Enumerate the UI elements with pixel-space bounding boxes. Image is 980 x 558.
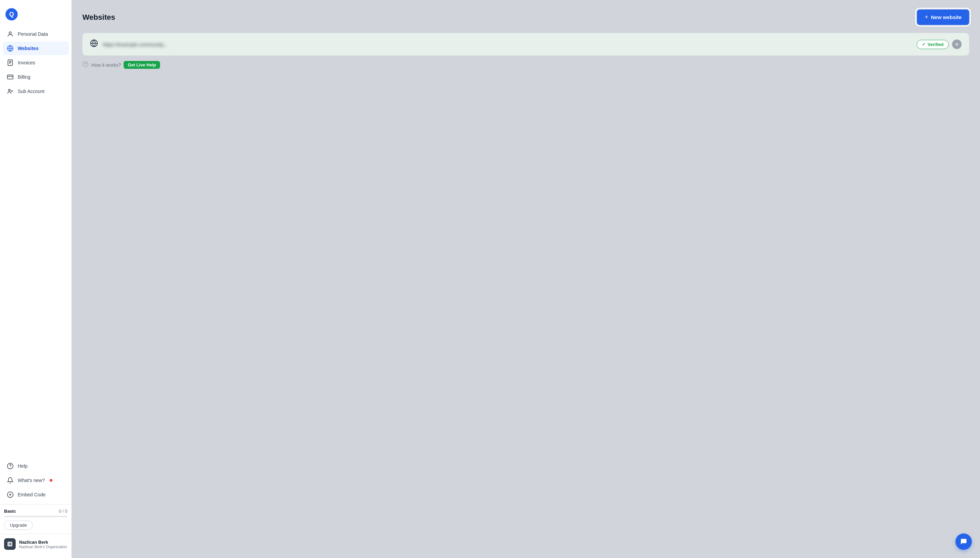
sidebar-item-personal-data[interactable]: Personal Data (3, 27, 69, 41)
bell-icon (7, 477, 14, 484)
new-website-button[interactable]: + New website (917, 10, 969, 25)
sidebar-item-label: Sub Account (18, 89, 44, 94)
verified-badge: ✓ Verified (917, 40, 949, 49)
upgrade-button[interactable]: Upgrade (4, 520, 33, 530)
sidebar-item-embed-code[interactable]: Embed Code (3, 488, 69, 501)
check-icon: ✓ (922, 42, 926, 47)
chat-button[interactable] (955, 533, 972, 550)
user-name: Nazlican Berk (19, 540, 67, 545)
website-card-right: ✓ Verified (917, 39, 962, 49)
verified-label: Verified (928, 42, 944, 47)
svg-point-0 (9, 32, 11, 34)
globe-icon (7, 45, 14, 52)
sidebar-item-label: Websites (18, 46, 38, 51)
sidebar-item-sub-account[interactable]: Sub Account (3, 84, 69, 98)
sidebar-item-whats-new[interactable]: What's new? (3, 474, 69, 487)
how-it-works-icon (82, 61, 88, 69)
main-content: Websites + New website https://example.c… (72, 0, 980, 558)
sidebar: Q Personal Data Websites (0, 0, 72, 558)
plan-name: Basic (4, 509, 16, 514)
plus-icon: + (924, 14, 928, 21)
sidebar-item-label: Embed Code (18, 492, 46, 497)
page-header: Websites + New website (82, 10, 969, 25)
person-icon (7, 31, 14, 38)
new-website-label: New website (931, 14, 962, 20)
notification-dot (50, 479, 52, 482)
sidebar-item-invoices[interactable]: Invoices (3, 56, 69, 69)
website-card-left: https://example.community... (90, 39, 167, 49)
plan-progress-bar (4, 516, 67, 517)
user-org: Nazlican Berk's Organization (19, 545, 67, 549)
embed-icon (7, 491, 14, 498)
sidebar-item-label: Help (18, 463, 28, 469)
plan-count: 0 / 0 (59, 509, 67, 514)
sidebar-item-help[interactable]: Help (3, 459, 69, 473)
sub-account-icon (7, 88, 14, 95)
website-globe-icon (90, 39, 98, 49)
website-card: https://example.community... ✓ Verified (82, 33, 969, 56)
logo[interactable]: Q (0, 5, 72, 27)
sidebar-item-websites[interactable]: Websites (3, 41, 69, 55)
svg-rect-3 (8, 75, 13, 79)
how-it-works-label: How it works? (91, 62, 121, 68)
sidebar-nav: Personal Data Websites Invoices (0, 27, 72, 456)
user-section: Nazlican Berk Nazlican Berk's Organizati… (0, 534, 72, 553)
plan-section: Basic 0 / 0 Upgrade (0, 504, 72, 534)
sidebar-item-label: Personal Data (18, 31, 48, 37)
logo-text: Q (9, 11, 14, 18)
remove-website-button[interactable] (952, 39, 962, 49)
sidebar-item-label: Invoices (18, 60, 35, 66)
help-icon (7, 463, 14, 469)
invoices-icon (7, 59, 14, 66)
website-url: https://example.community... (103, 41, 167, 48)
sidebar-bottom: Help What's new? Embed Code (0, 456, 72, 501)
sidebar-item-label: What's new? (18, 478, 45, 483)
sidebar-item-billing[interactable]: Billing (3, 70, 69, 84)
billing-icon (7, 74, 14, 80)
user-info: Nazlican Berk Nazlican Berk's Organizati… (19, 540, 67, 549)
how-it-works-section: How it works? Get Live Help (82, 61, 969, 69)
avatar (4, 538, 16, 550)
logo-circle: Q (5, 8, 18, 20)
sidebar-item-label: Billing (18, 74, 30, 80)
svg-point-4 (8, 89, 10, 91)
get-live-help-button[interactable]: Get Live Help (124, 61, 160, 69)
page-title: Websites (82, 13, 115, 22)
